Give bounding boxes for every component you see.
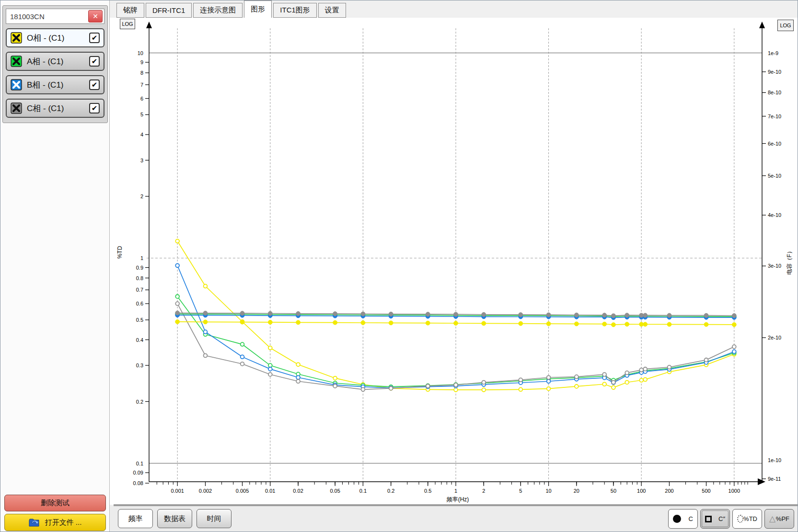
svg-text:频率(Hz): 频率(Hz) (446, 496, 469, 503)
sidebar: 181003CN ✕ O相 - (C1)✔A相 - (C1)✔B相 - (C1)… (0, 0, 110, 532)
series-color-x-icon (11, 79, 22, 91)
view-button-数据表[interactable]: 数据表 (157, 509, 192, 528)
svg-text:1000: 1000 (729, 488, 740, 494)
svg-text:2e-10: 2e-10 (768, 335, 781, 340)
legend-item-b-phase[interactable]: B相 - (C1)✔ (6, 75, 104, 94)
svg-text:6e-10: 6e-10 (768, 141, 781, 147)
delete-test-button[interactable]: 删除测试 (4, 495, 106, 511)
tab-连接示意图[interactable]: 连接示意图 (193, 3, 243, 18)
legend-item-label: A相 - (C1) (27, 56, 84, 67)
legend-item-label: B相 - (C1) (27, 79, 84, 91)
delete-test-label: 删除测试 (41, 498, 69, 508)
svg-text:500: 500 (702, 488, 710, 494)
svg-text:0.8: 0.8 (136, 275, 143, 281)
svg-text:0.3: 0.3 (136, 362, 143, 368)
marker-toggle-label: %TD (743, 515, 757, 522)
svg-text:0.7: 0.7 (136, 287, 143, 293)
legend-item-label: C相 - (C1) (27, 103, 84, 114)
svg-text:0.01: 0.01 (265, 488, 275, 494)
marker-toggle-c[interactable]: C (668, 509, 698, 529)
svg-text:0.002: 0.002 (199, 488, 212, 494)
tab-itc1图形[interactable]: ITC1图形 (273, 3, 317, 18)
view-button-频率[interactable]: 频率 (118, 509, 153, 528)
marker-toggle-c[interactable]: C″ (700, 509, 730, 529)
series-color-x-icon (11, 32, 22, 44)
dotted-circle-icon (737, 515, 743, 523)
view-button-group: 频率数据表时间 (118, 509, 231, 528)
main-area: 铭牌DFR-ITC1连接示意图图形ITC1图形设置 0.0010.0020.00… (110, 0, 798, 532)
svg-text:5: 5 (140, 112, 143, 117)
legend-item-checkbox[interactable]: ✔ (89, 103, 100, 113)
open-file-icon (29, 518, 40, 527)
chart-canvas[interactable]: 0.0010.0020.0050.010.020.050.10.20.51251… (110, 18, 798, 505)
svg-text:0.9: 0.9 (136, 265, 143, 271)
svg-text:8: 8 (140, 70, 143, 76)
svg-text:1e-10: 1e-10 (768, 457, 781, 463)
view-button-时间[interactable]: 时间 (197, 509, 231, 528)
legend-item-checkbox[interactable]: ✔ (89, 79, 100, 90)
svg-text:200: 200 (665, 488, 673, 494)
svg-text:0.4: 0.4 (136, 337, 143, 343)
svg-text:9e-11: 9e-11 (768, 476, 781, 482)
legend-item-checkbox[interactable]: ✔ (89, 33, 100, 43)
svg-text:6: 6 (140, 96, 143, 102)
tab-图形[interactable]: 图形 (244, 0, 272, 18)
chart-area: 0.0010.0020.0050.010.020.050.10.20.51251… (110, 18, 798, 505)
marker-toggle-pf[interactable]: △%PF (764, 509, 794, 529)
open-file-label: 打开文件 ... (45, 518, 82, 527)
tab-铭牌[interactable]: 铭牌 (116, 3, 144, 18)
test-header: 181003CN ✕ (6, 9, 104, 24)
svg-text:1: 1 (454, 488, 457, 494)
svg-text:0.2: 0.2 (136, 399, 143, 405)
svg-text:0.005: 0.005 (236, 488, 249, 494)
svg-text:0.05: 0.05 (330, 488, 340, 494)
left-axis-log-toggle[interactable]: LOG (120, 19, 135, 29)
svg-text:7: 7 (140, 82, 143, 88)
legend-item-c-phase[interactable]: C相 - (C1)✔ (6, 99, 104, 118)
svg-text:0.001: 0.001 (171, 488, 184, 494)
svg-text:2: 2 (482, 488, 485, 494)
square-icon (705, 516, 712, 522)
svg-text:0.09: 0.09 (133, 470, 143, 475)
marker-toggle-label: C (689, 515, 693, 522)
svg-text:0.02: 0.02 (293, 488, 303, 494)
marker-toggle-td[interactable]: %TD (732, 509, 762, 529)
series-color-x-icon (11, 56, 22, 67)
svg-text:0.5: 0.5 (136, 317, 143, 323)
svg-text:9e-10: 9e-10 (768, 69, 781, 75)
svg-text:0.1: 0.1 (359, 488, 367, 494)
svg-text:50: 50 (611, 488, 616, 494)
svg-text:10: 10 (138, 50, 143, 56)
filled-circle-icon (673, 515, 681, 523)
legend-item-a-phase[interactable]: A相 - (C1)✔ (6, 52, 104, 71)
svg-text:4e-10: 4e-10 (768, 212, 781, 218)
test-file-name: 181003CN (10, 12, 45, 21)
svg-text:0.2: 0.2 (387, 488, 394, 494)
svg-text:1e-9: 1e-9 (768, 50, 778, 56)
svg-text:4: 4 (140, 132, 143, 137)
close-test-button[interactable]: ✕ (88, 10, 103, 23)
tab-dfr-itc1[interactable]: DFR-ITC1 (146, 3, 192, 18)
test-legend-panel: 181003CN ✕ O相 - (C1)✔A相 - (C1)✔B相 - (C1)… (2, 5, 108, 123)
legend-item-list: O相 - (C1)✔A相 - (C1)✔B相 - (C1)✔C相 - (C1)✔ (6, 28, 104, 118)
svg-text:电容（F）: 电容（F） (786, 248, 793, 274)
svg-text:%TD: %TD (116, 246, 123, 259)
series-color-x-icon (11, 102, 22, 114)
legend-item-checkbox[interactable]: ✔ (89, 56, 100, 67)
svg-text:20: 20 (574, 488, 579, 494)
right-axis-log-toggle[interactable]: LOG (777, 20, 794, 31)
svg-text:8e-10: 8e-10 (768, 90, 781, 95)
app-window: 181003CN ✕ O相 - (C1)✔A相 - (C1)✔B相 - (C1)… (0, 0, 798, 532)
tab-bar: 铭牌DFR-ITC1连接示意图图形ITC1图形设置 (110, 0, 798, 18)
legend-item-o-phase[interactable]: O相 - (C1)✔ (6, 28, 104, 47)
svg-text:10: 10 (545, 488, 551, 494)
svg-text:5e-10: 5e-10 (768, 173, 781, 179)
tab-设置[interactable]: 设置 (318, 3, 346, 18)
legend-item-label: O相 - (C1) (27, 33, 84, 44)
svg-text:3: 3 (140, 158, 143, 163)
marker-button-group: CC″%TD△%PF (668, 509, 794, 529)
svg-text:2: 2 (140, 193, 143, 199)
svg-text:0.1: 0.1 (136, 461, 143, 466)
open-file-button[interactable]: 打开文件 ... (4, 514, 106, 531)
svg-text:0.6: 0.6 (136, 301, 143, 306)
